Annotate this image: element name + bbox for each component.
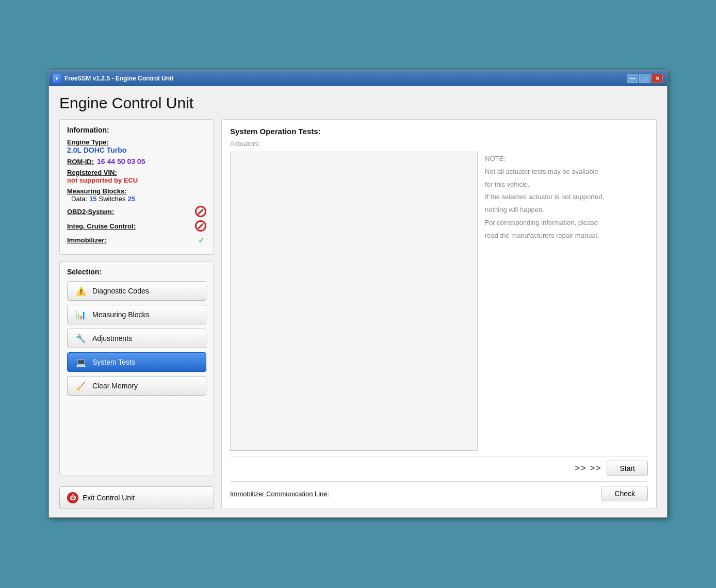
obd2-label: OBD2-System: — [67, 208, 114, 216]
monitor-icon: 💻 — [75, 357, 87, 367]
titlebar-buttons: — □ ✕ — [627, 74, 663, 83]
actuators-list[interactable] — [230, 152, 478, 451]
app-window: F FreeSSM v1.2.5 - Engine Control Unit —… — [48, 70, 668, 518]
registered-vin-label: Registered VIN: — [67, 169, 206, 176]
immobilizer-row: Immobilizer: ✓ — [67, 235, 206, 245]
engine-type-label: Engine Type: — [67, 138, 206, 146]
diagnostic-codes-label: Diagnostic Codes — [92, 287, 149, 295]
titlebar: F FreeSSM v1.2.5 - Engine Control Unit —… — [49, 71, 667, 86]
switches-label: Switches — [99, 195, 126, 203]
measuring-blocks-btn-label: Measuring Blocks — [92, 311, 150, 319]
measuring-blocks-data: Data: 15 Switches 25 — [71, 195, 206, 203]
clear-memory-button[interactable]: 🧹 Clear Memory — [67, 376, 206, 396]
data-value: 15 — [89, 195, 96, 203]
actuators-area: NOTE: Not all actuator tests may be avai… — [230, 152, 648, 451]
right-panel: System Operation Tests: Actuators: NOTE:… — [221, 119, 657, 509]
close-button[interactable]: ✕ — [652, 74, 663, 83]
registered-vin-value: not supported by ECU — [67, 176, 206, 184]
note-line1: Not all actuator tests may be available — [485, 167, 648, 177]
note-line3: If the selected actuator is not supporte… — [485, 192, 648, 203]
actuators-label: Actuators: — [230, 140, 648, 148]
obd2-status-icon — [195, 206, 206, 217]
page-title: Engine Control Unit — [59, 94, 657, 112]
note-line2: for this vehicle. — [485, 179, 648, 190]
system-tests-button[interactable]: 💻 System Tests — [67, 352, 206, 372]
switches-value: 25 — [128, 195, 135, 203]
actuators-controls: >> >> Start — [230, 456, 648, 476]
app-icon: F — [53, 74, 61, 83]
actuators-note: NOTE: Not all actuator tests may be avai… — [485, 152, 648, 451]
data-label: Data: — [71, 195, 87, 203]
check-button[interactable]: Check — [601, 486, 648, 501]
exit-label: Exit Control Unit — [83, 494, 135, 502]
engine-type-value: 2.0L DOHC Turbo — [67, 146, 206, 154]
clear-memory-label: Clear Memory — [92, 382, 138, 390]
measuring-blocks-label: Measuring Blocks: — [67, 187, 206, 195]
note-line6: read the manufacturers repair manual. — [485, 231, 648, 241]
diagnostic-codes-button[interactable]: ⚠️ Diagnostic Codes — [67, 281, 206, 301]
selection-heading: Selection: — [67, 268, 206, 276]
wrench-icon: 🔧 — [75, 333, 87, 344]
exit-control-unit-button[interactable]: ⏻ Exit Control Unit — [59, 486, 214, 509]
rom-id-row: ROM-ID: 16 44 50 03 05 — [67, 157, 206, 166]
bottom-row: Immobilizer Communication Line: Check — [230, 481, 648, 501]
cruise-status-icon — [195, 220, 206, 232]
eraser-icon: 🧹 — [75, 381, 87, 391]
titlebar-left: F FreeSSM v1.2.5 - Engine Control Unit — [53, 74, 173, 83]
selection-buttons: ⚠️ Diagnostic Codes 📊 Measuring Blocks 🔧… — [67, 281, 206, 396]
cruise-label: Integ. Cruise Control: — [67, 222, 136, 230]
measuring-blocks-button[interactable]: 📊 Measuring Blocks — [67, 305, 206, 324]
note-line4: nothing will happen. — [485, 205, 648, 216]
nav-arrows: >> >> — [575, 464, 602, 473]
info-section: Information: Engine Type: 2.0L DOHC Turb… — [59, 119, 214, 255]
adjustments-button[interactable]: 🔧 Adjustments — [67, 329, 206, 348]
system-tests-heading: System Operation Tests: — [230, 127, 648, 136]
measuring-blocks-row: Measuring Blocks: Data: 15 Switches 25 — [67, 187, 206, 203]
note-line5: For corresponding information, please — [485, 218, 648, 228]
immobilizer-label: Immobilizer: — [67, 236, 107, 244]
immobilizer-comm-link[interactable]: Immobilizer Communication Line: — [230, 490, 329, 498]
system-tests-label: System Tests — [92, 358, 135, 366]
engine-type-row: Engine Type: 2.0L DOHC Turbo — [67, 138, 206, 154]
minimize-button[interactable]: — — [627, 74, 638, 83]
immobilizer-status-icon: ✓ — [196, 235, 206, 245]
power-icon: ⏻ — [67, 492, 78, 503]
rom-id-value: 16 44 50 03 05 — [97, 157, 145, 166]
info-heading: Information: — [67, 126, 206, 134]
titlebar-title: FreeSSM v1.2.5 - Engine Control Unit — [64, 75, 173, 82]
note-label: NOTE: — [485, 154, 648, 165]
start-button[interactable]: Start — [607, 461, 648, 476]
registered-vin-row: Registered VIN: not supported by ECU — [67, 169, 206, 184]
selection-section: Selection: ⚠️ Diagnostic Codes 📊 Measuri… — [59, 261, 214, 476]
left-panel: Information: Engine Type: 2.0L DOHC Turb… — [59, 119, 214, 509]
warning-icon: ⚠️ — [75, 286, 87, 296]
chart-icon: 📊 — [75, 309, 87, 320]
content-area: Information: Engine Type: 2.0L DOHC Turb… — [59, 119, 657, 509]
adjustments-label: Adjustments — [92, 334, 132, 342]
maximize-button[interactable]: □ — [639, 74, 650, 83]
obd2-row: OBD2-System: — [67, 206, 206, 217]
rom-id-label: ROM-ID: — [67, 158, 94, 166]
main-content: Engine Control Unit Information: Engine … — [49, 86, 667, 517]
cruise-row: Integ. Cruise Control: — [67, 220, 206, 232]
